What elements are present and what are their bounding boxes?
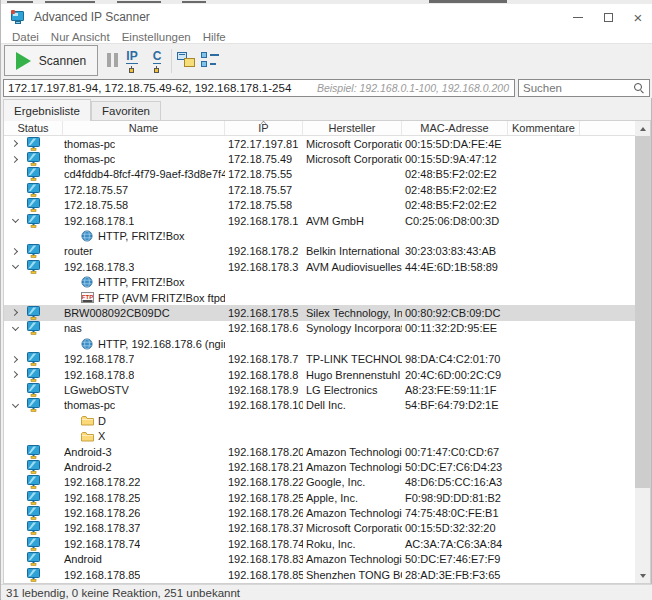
pause-button[interactable] — [107, 53, 118, 67]
mac-cell — [402, 228, 508, 243]
status-cell — [4, 536, 63, 551]
service-row[interactable]: D — [4, 413, 635, 428]
device-row[interactable]: nas192.168.178.6Synology Incorporated00:… — [4, 321, 635, 336]
device-row[interactable]: 192.168.178.85192.168.178.85Shenzhen TON… — [4, 567, 635, 582]
menu-hilfe[interactable]: Hilfe — [197, 31, 232, 43]
app-window: Advanced IP Scanner × Datei Nur Ansicht … — [0, 0, 652, 600]
computer-icon — [27, 506, 40, 520]
device-row[interactable]: 192.168.178.25192.168.178.25Apple, Inc.F… — [4, 490, 635, 505]
device-row[interactable]: 192.168.178.74192.168.178.74Roku, Inc.AC… — [4, 536, 635, 551]
service-row[interactable]: X — [4, 428, 635, 443]
ip-cell: 192.168.178.10 — [225, 398, 303, 413]
manufacturer-cell: Roku, Inc. — [303, 536, 402, 551]
device-row[interactable]: 192.168.178.8192.168.178.8Hugo Brennenst… — [4, 367, 635, 382]
column-header-kommentare[interactable]: Kommentare — [508, 121, 580, 135]
collapse-all-button[interactable] — [201, 52, 220, 69]
ip-class-button[interactable]: IP — [122, 50, 142, 73]
mac-cell: 00:80:92:CB:09:DC — [402, 305, 508, 320]
status-cell — [4, 490, 63, 505]
maximize-button[interactable] — [593, 4, 623, 30]
device-row[interactable]: 192.168.178.37192.168.178.37Microsoft Co… — [4, 521, 635, 536]
column-header-status[interactable]: Status — [4, 121, 63, 135]
search-input[interactable] — [519, 80, 629, 96]
device-row[interactable]: 192.168.178.1192.168.178.1AVM GmbHC0:25:… — [4, 213, 635, 228]
expand-all-button[interactable] — [177, 52, 196, 69]
status-cell — [4, 413, 63, 428]
tab-ergebnisliste[interactable]: Ergebnisliste — [3, 99, 91, 121]
ip-cell: 192.168.178.83 — [225, 552, 303, 567]
expand-chevron-icon[interactable] — [10, 309, 17, 316]
ip-cell: 172.18.75.49 — [225, 151, 303, 166]
scroll-down-button[interactable] — [635, 568, 650, 583]
device-row[interactable]: 192.168.178.7192.168.178.7TP-LINK TECHNO… — [4, 351, 635, 366]
computer-icon — [27, 445, 40, 459]
column-header-name[interactable]: Name — [63, 121, 225, 135]
device-row[interactable]: thomas-pc172.18.75.49Microsoft Corporati… — [4, 151, 635, 166]
device-row[interactable]: LGwebOSTV192.168.178.9LG ElectronicsA8:2… — [4, 382, 635, 397]
column-header-ip[interactable]: IP — [225, 121, 303, 135]
device-row[interactable]: 172.18.75.57172.18.75.5702:48:B5:F2:02:E… — [4, 182, 635, 197]
ip-range-input[interactable] — [4, 80, 514, 96]
table-header: Status Name IP Hersteller MAC-Adresse Ko… — [4, 121, 635, 136]
ip-cell: 192.168.178.3 — [225, 259, 303, 274]
menu-nur-ansicht[interactable]: Nur Ansicht — [45, 31, 116, 43]
column-header-mac-adresse[interactable]: MAC-Adresse — [402, 121, 508, 135]
ip-cell: 192.168.178.20 — [225, 444, 303, 459]
device-row[interactable]: 172.18.75.58172.18.75.5802:48:B5:F2:02:E… — [4, 198, 635, 213]
device-row[interactable]: router192.168.178.2Belkin International … — [4, 244, 635, 259]
status-cell — [4, 475, 63, 490]
scrollbar-thumb[interactable] — [635, 136, 650, 488]
service-row[interactable]: HTTP, 192.168.178.6 (nginx) — [4, 336, 635, 351]
manufacturer-cell: Belkin International Inc. — [303, 244, 402, 259]
device-row[interactable]: Android-3192.168.178.20Amazon Technologi… — [4, 444, 635, 459]
expand-chevron-icon[interactable] — [10, 248, 17, 255]
comment-cell — [508, 475, 635, 490]
expand-chevron-icon[interactable] — [10, 356, 17, 363]
scroll-up-button[interactable] — [635, 121, 650, 136]
ip-cell: 192.168.178.22 — [225, 475, 303, 490]
menu-einstellungen[interactable]: Einstellungen — [116, 31, 197, 43]
collapse-chevron-icon[interactable] — [11, 216, 18, 223]
device-row[interactable]: thomas-pc192.168.178.10Dell Inc.54:BF:64… — [4, 398, 635, 413]
minimize-button[interactable] — [563, 4, 593, 30]
expand-chevron-icon[interactable] — [10, 371, 17, 378]
collapse-chevron-icon[interactable] — [11, 262, 18, 269]
name-cell: 192.168.178.3 — [63, 259, 225, 274]
device-row[interactable]: thomas-pc172.17.197.81Microsoft Corporat… — [4, 136, 635, 151]
c-class-button[interactable]: C — [147, 50, 167, 73]
search-icon[interactable] — [634, 83, 644, 93]
device-row[interactable]: 192.168.178.22192.168.178.22Google, Inc.… — [4, 475, 635, 490]
mac-cell: 00:71:47:C0:CD:67 — [402, 444, 508, 459]
mac-cell: 00:15:5D:DA:FE:4E — [402, 136, 508, 151]
close-button[interactable]: × — [623, 4, 652, 30]
collapse-chevron-icon[interactable] — [11, 401, 18, 408]
expand-chevron-icon[interactable] — [10, 140, 17, 147]
status-cell — [4, 136, 63, 151]
device-row[interactable]: cd4fddb4-8fcf-4f79-9aef-f3d8e7f40...172.… — [4, 167, 635, 182]
service-row[interactable]: HTTP, FRITZ!Box — [4, 275, 635, 290]
device-row[interactable]: BRW008092CB09DC192.168.178.5Silex Techno… — [4, 305, 635, 320]
name-cell: D — [63, 413, 225, 428]
device-name: 192.168.178.37 — [64, 522, 140, 534]
collapse-chevron-icon[interactable] — [11, 324, 18, 331]
device-row[interactable]: Android192.168.178.83Amazon Technologies… — [4, 552, 635, 567]
device-row[interactable]: Android-2192.168.178.21Amazon Technologi… — [4, 459, 635, 474]
service-row[interactable]: HTTP, FRITZ!Box — [4, 228, 635, 243]
manufacturer-cell: Apple, Inc. — [303, 490, 402, 505]
tab-favoriten[interactable]: Favoriten — [91, 101, 161, 120]
computer-icon — [27, 183, 40, 197]
ip-cell — [225, 413, 303, 428]
ip-icon: IP — [126, 50, 137, 64]
scan-button[interactable]: Scannen — [4, 45, 98, 76]
expand-chevron-icon[interactable] — [10, 156, 17, 163]
service-row[interactable]: FTPFTP (AVM FRITZ!Box ftpd model 7590) — [4, 290, 635, 305]
manufacturer-cell — [303, 336, 402, 351]
comment-cell — [508, 182, 635, 197]
device-row[interactable]: 192.168.178.26192.168.178.26Amazon Techn… — [4, 505, 635, 520]
menu-datei[interactable]: Datei — [6, 31, 45, 43]
vertical-scrollbar[interactable] — [635, 121, 650, 583]
device-name: 192.168.178.7 — [64, 353, 134, 365]
device-row[interactable]: 192.168.178.3192.168.178.3AVM Audiovisue… — [4, 259, 635, 274]
column-header-hersteller[interactable]: Hersteller — [303, 121, 402, 135]
computer-icon — [27, 260, 40, 274]
